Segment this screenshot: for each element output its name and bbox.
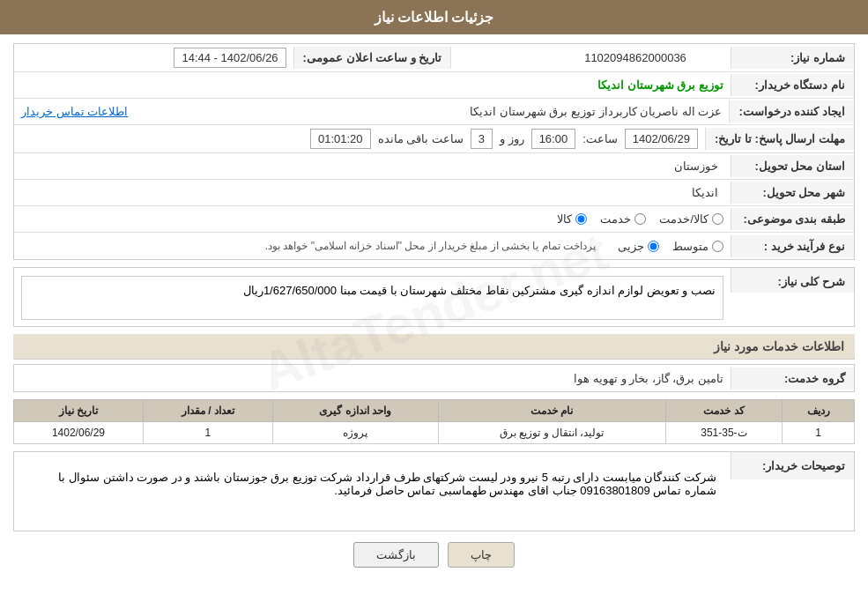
row-buyer-org: نام دستگاه خریدار: توزیع برق شهرستان اند…	[14, 72, 854, 99]
reply-time-label: ساعت:	[582, 132, 618, 145]
cell-row-number: 1	[783, 422, 855, 444]
process-radio-medium[interactable]	[712, 241, 723, 252]
process-type-value: متوسط جزیی پرداخت تمام یا بخشی از مبلغ خ…	[14, 236, 731, 256]
buyer-notes-label: توصیحات خریدار:	[731, 452, 854, 479]
process-label-medium: متوسط	[672, 240, 708, 253]
category-label-kala: کالا	[557, 212, 572, 226]
row-process-type: نوع فرآیند خرید : متوسط جزیی پرداخت تمام…	[14, 233, 854, 259]
province-input[interactable]	[21, 157, 723, 175]
services-table-body: 1 ت-35-351 تولید، انتقال و توزیع برق پرو…	[14, 422, 855, 444]
category-option-kala: کالا	[557, 212, 587, 226]
category-label-service: خدمت	[600, 212, 631, 226]
buyer-notes-section: توصیحات خریدار:	[13, 451, 855, 531]
need-description-section: شرح کلی نیاز:	[13, 267, 855, 327]
page-title: جزئیات اطلاعات نیاز	[375, 10, 494, 25]
print-button[interactable]: چاپ	[448, 542, 515, 568]
services-table-header-row: ردیف کد خدمت نام خدمت واحد اندازه گیری ت…	[14, 400, 855, 422]
buyer-org-label: نام دستگاه خریدار:	[731, 74, 854, 96]
reply-deadline-label: مهلت ارسال پاسخ: تا تاریخ:	[705, 128, 854, 150]
category-value: کالا/خدمت خدمت کالا	[14, 209, 731, 229]
process-option-partial: جزیی	[618, 240, 659, 253]
creator-value: عزت اله ناصریان کاربرداز توزیع برق شهرست…	[372, 101, 730, 122]
cell-unit: پروژه	[272, 422, 438, 444]
process-option-medium: متوسط	[672, 240, 723, 253]
city-input[interactable]	[21, 183, 723, 202]
category-radio-group: کالا/خدمت خدمت کالا	[21, 212, 723, 226]
need-description-value	[14, 268, 731, 326]
col-service-name: نام خدمت	[438, 400, 665, 422]
time-row: 1402/06/29 ساعت: 16:00 روز و 3 ساعت باقی…	[21, 129, 698, 149]
buyer-org-value: توزیع برق شهرستان اندیکا	[14, 75, 731, 95]
need-description-label: شرح کلی نیاز:	[731, 268, 854, 293]
col-quantity: تعداد / مقدار	[143, 400, 272, 422]
row-creator: ایجاد کننده درخواست: عزت اله ناصریان کار…	[14, 99, 854, 125]
cell-service-code: ت-35-351	[665, 422, 782, 444]
table-row: 1 ت-35-351 تولید، انتقال و توزیع برق پرو…	[14, 422, 855, 444]
process-type-label: نوع فرآیند خرید :	[731, 235, 854, 257]
cell-quantity: 1	[143, 422, 272, 444]
creator-label: ایجاد کننده درخواست:	[729, 100, 854, 123]
service-group-label: گروه خدمت:	[731, 368, 854, 390]
buyer-notes-textarea[interactable]	[21, 464, 723, 517]
service-group-value: تامین برق، گاز، بخار و تهویه هوا	[14, 368, 731, 389]
reply-day-label: روز و	[500, 132, 524, 145]
category-radio-service[interactable]	[634, 213, 646, 225]
province-value	[14, 153, 731, 179]
info-section-top: شماره نیاز: تاریخ و ساعت اعلان عمومی: 14…	[13, 43, 855, 260]
main-content: AltaTender.net شماره نیاز: تاریخ و ساعت …	[0, 34, 868, 590]
need-number-input[interactable]	[547, 49, 723, 66]
announce-datetime-box: 1402/06/26 - 14:44	[174, 48, 286, 68]
province-label: استان محل تحویل:	[731, 155, 854, 177]
row-service-group: گروه خدمت: تامین برق، گاز، بخار و تهویه …	[14, 365, 854, 391]
col-service-code: کد خدمت	[665, 400, 782, 422]
reply-remaining-box: 01:01:20	[310, 129, 371, 149]
need-number-value	[451, 46, 731, 70]
row-reply-deadline: مهلت ارسال پاسخ: تا تاریخ: 1402/06/29 سا…	[14, 125, 854, 153]
contact-link[interactable]: اطلاعات تماس خریدار	[21, 105, 128, 118]
buyer-notes-value	[14, 452, 731, 531]
creator-text: عزت اله ناصریان کاربرداز توزیع برق شهرست…	[470, 105, 722, 118]
category-label-kala-service: کالا/خدمت	[659, 212, 708, 226]
city-label: شهر محل تحویل:	[731, 182, 854, 204]
row-need-description: شرح کلی نیاز:	[14, 268, 854, 326]
category-label: طبقه بندی موضوعی:	[731, 208, 854, 230]
col-row-number: ردیف	[783, 400, 855, 422]
cell-service-name: تولید، انتقال و توزیع برق	[438, 422, 665, 444]
cell-date: 1402/06/29	[14, 422, 144, 444]
process-label-partial: جزیی	[618, 240, 644, 253]
reply-date-box: 1402/06/29	[625, 129, 698, 149]
page-wrapper: جزئیات اطلاعات نیاز AltaTender.net شماره…	[0, 0, 868, 609]
need-number-label: شماره نیاز:	[731, 47, 854, 69]
row-city: شهر محل تحویل:	[14, 180, 854, 206]
back-button[interactable]: بازگشت	[353, 542, 439, 568]
contact-link-cell: اطلاعات تماس خریدار	[14, 101, 372, 122]
process-note: پرداخت تمام یا بخشی از مبلغ خریدار از مح…	[265, 240, 596, 252]
page-header: جزئیات اطلاعات نیاز	[0, 0, 868, 34]
row-province: استان محل تحویل:	[14, 153, 854, 180]
reply-days-box: 3	[471, 129, 493, 149]
announce-datetime-value: 1402/06/26 - 14:44	[14, 44, 293, 71]
col-unit: واحد اندازه گیری	[272, 400, 438, 422]
need-description-textarea[interactable]	[21, 276, 723, 320]
category-option-kala-service: کالا/خدمت	[659, 212, 723, 226]
reply-remaining-label: ساعت باقی مانده	[378, 132, 464, 145]
category-radio-kala[interactable]	[575, 213, 587, 225]
process-radio-partial[interactable]	[648, 241, 659, 252]
announce-datetime-label: تاریخ و ساعت اعلان عمومی:	[293, 47, 452, 69]
reply-deadline-value: 1402/06/29 ساعت: 16:00 روز و 3 ساعت باقی…	[14, 125, 705, 152]
col-date: تاریخ نیاز	[14, 400, 144, 422]
category-option-service: خدمت	[600, 212, 646, 226]
row-category: طبقه بندی موضوعی: کالا/خدمت خدمت	[14, 206, 854, 233]
category-radio-kala-service[interactable]	[712, 213, 723, 225]
buttons-row: چاپ بازگشت	[13, 542, 855, 581]
services-section-header: اطلاعات خدمات مورد نیاز	[13, 334, 855, 360]
row-need-number: شماره نیاز: تاریخ و ساعت اعلان عمومی: 14…	[14, 44, 854, 72]
services-table-head: ردیف کد خدمت نام خدمت واحد اندازه گیری ت…	[14, 400, 855, 422]
buyer-org-text: توزیع برق شهرستان اندیکا	[597, 78, 723, 92]
service-group-section: گروه خدمت: تامین برق، گاز، بخار و تهویه …	[13, 364, 855, 392]
process-radio-group: متوسط جزیی پرداخت تمام یا بخشی از مبلغ خ…	[21, 240, 723, 253]
city-value	[14, 180, 731, 205]
services-table: ردیف کد خدمت نام خدمت واحد اندازه گیری ت…	[13, 399, 855, 444]
reply-time-box: 16:00	[531, 129, 576, 149]
